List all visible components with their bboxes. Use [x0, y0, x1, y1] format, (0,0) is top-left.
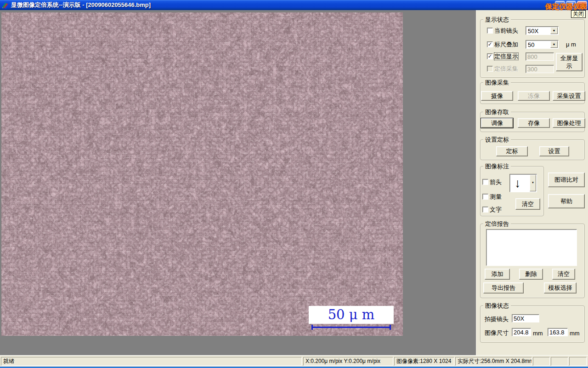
arrow-annotation-label: 箭头: [490, 178, 502, 185]
report-add-button[interactable]: 添加: [485, 269, 510, 280]
status-actual-size: 实际尺寸:256.0mm X 204.8mm: [455, 357, 532, 366]
group-calibration: 设置定标 定标 设置: [480, 139, 585, 160]
capture-button[interactable]: 摄像: [481, 91, 513, 101]
arrow-annotation-checkbox[interactable]: [482, 179, 488, 185]
current-lens-combo[interactable]: 50X ▼: [526, 26, 559, 35]
scale-overlay-unit: μ m: [566, 41, 576, 48]
arrow-style-combo[interactable]: ↓ ▼: [509, 174, 537, 192]
group-image-capture-legend: 图像采集: [483, 79, 511, 86]
scalebar-tick: [390, 325, 391, 330]
image-height-unit: mm: [570, 330, 580, 337]
group-image-storage: 图像存取 调像 存像 图像处理: [480, 112, 585, 132]
freeze-button: 冻像: [518, 91, 550, 101]
report-delete-button[interactable]: 删除: [519, 269, 543, 280]
status-empty-pane: [569, 357, 587, 366]
group-image-storage-legend: 图像存取: [483, 109, 511, 115]
text-annotation-label: 文字: [490, 206, 502, 213]
micrograph-image: [1, 12, 403, 336]
minimize-button[interactable]: _: [555, 1, 565, 9]
text-annotation-checkbox[interactable]: [482, 207, 488, 213]
help-button[interactable]: 帮助: [548, 194, 585, 208]
chevron-down-icon[interactable]: ▼: [550, 27, 558, 34]
scale-overlay-label: 标尺叠加: [494, 41, 518, 48]
export-report-button[interactable]: 导出报告: [483, 282, 524, 293]
fixed-capture-label: 定倍采集: [494, 65, 518, 72]
fullscreen-button[interactable]: 全屏显示: [556, 53, 582, 71]
image-width-unit: mm: [533, 330, 543, 337]
fixed-display-input: 800: [526, 52, 554, 61]
report-clear-button[interactable]: 清空: [552, 269, 575, 280]
fixed-display-checkbox[interactable]: ✓: [487, 53, 493, 59]
template-select-button[interactable]: 模板选择: [544, 282, 577, 293]
status-empty-pane: [551, 357, 568, 366]
scalebar-label-box: 50 μ m: [309, 306, 394, 324]
current-lens-checkbox[interactable]: [487, 28, 493, 34]
current-lens-value: 50X: [528, 28, 538, 34]
restore-button[interactable]: ❐: [566, 1, 576, 9]
capture-lens-value: 50X: [512, 314, 539, 322]
window-title: 显微图像定倍系统--演示版 - [20090602055646.bmp]: [11, 1, 151, 9]
capture-settings-button[interactable]: 采集设置: [553, 91, 585, 101]
status-pixel-scale: X:0.200μ m/pix Y:0.200μ m/pix: [303, 357, 393, 366]
title-bar: 显微图像定倍系统--演示版 - [20090602055646.bmp] _ ❐…: [0, 0, 588, 10]
current-lens-label: 当前镜头: [494, 27, 518, 34]
image-viewer[interactable]: 50 μ m: [1, 12, 403, 336]
group-image-status: 图像状态 拍摄镜头 50X 图像尺寸 204.8 mm 163.8 mm: [480, 305, 585, 343]
report-listbox[interactable]: [486, 229, 577, 266]
chevron-down-icon[interactable]: ▼: [530, 175, 536, 191]
close-button[interactable]: ✕: [577, 1, 587, 9]
group-report: 定倍报告 添加 删除 清空 导出报告 模板选择: [480, 224, 585, 298]
group-image-status-legend: 图像状态: [483, 302, 511, 309]
scale-overlay-value: 50: [528, 41, 534, 48]
clear-annotation-button[interactable]: 清空: [515, 198, 540, 210]
scale-overlay-combo[interactable]: 50 ▼: [526, 40, 559, 49]
control-panel: 显示状态 当前镜头 50X ▼ ✓ 标尺叠加 50 ▼ μ m ✓ 定倍显示 8…: [476, 10, 588, 355]
app-window: 显微图像定倍系统--演示版 - [20090602055646.bmp] _ ❐…: [0, 0, 588, 368]
capture-lens-label: 拍摄镜头: [485, 316, 509, 322]
close-tooltip: 关闭: [571, 10, 586, 18]
scalebar-line: [311, 327, 391, 328]
image-height-value: 163.8: [548, 328, 568, 336]
fixed-capture-checkbox: [487, 66, 493, 72]
group-annotation-legend: 图像标注: [483, 163, 511, 170]
calibration-settings-button[interactable]: 设置: [539, 146, 569, 156]
status-bar: 就绪 X:0.200μ m/pix Y:0.200μ m/pix 图像像素:12…: [0, 355, 588, 367]
chevron-down-icon[interactable]: ▼: [550, 41, 558, 48]
group-display-status: 显示状态 当前镜头 50X ▼ ✓ 标尺叠加 50 ▼ μ m ✓ 定倍显示 8…: [480, 19, 585, 78]
image-width-value: 204.8: [512, 328, 531, 336]
image-size-label: 图像尺寸: [485, 329, 509, 336]
load-image-button[interactable]: 调像: [481, 118, 513, 128]
app-icon: [2, 1, 9, 9]
status-image-pixels: 图像像素:1280 X 1024: [394, 357, 454, 366]
scale-overlay-checkbox[interactable]: ✓: [487, 41, 493, 47]
measure-annotation-label: 测量: [490, 193, 502, 200]
status-empty-pane: [533, 357, 550, 366]
fixed-capture-input: 300: [526, 65, 554, 73]
status-ready: 就绪: [1, 357, 302, 366]
save-image-button[interactable]: 存像: [518, 118, 550, 128]
atlas-compare-button[interactable]: 图谱比对: [548, 172, 585, 187]
calibrate-button[interactable]: 定标: [496, 146, 528, 156]
process-image-button[interactable]: 图像处理: [553, 118, 585, 128]
group-calibration-legend: 设置定标: [483, 136, 511, 143]
fixed-display-label: 定倍显示: [494, 53, 518, 60]
scalebar-tick: [311, 325, 313, 330]
group-report-legend: 定倍报告: [483, 220, 511, 227]
group-display-status-legend: 显示状态: [483, 16, 511, 23]
down-arrow-icon: ↓: [514, 175, 521, 191]
scalebar-text: 50 μ m: [328, 308, 375, 322]
measure-annotation-checkbox[interactable]: [482, 194, 488, 200]
group-annotation: 图像标注 箭头 ↓ ▼ 测量 清空 文字: [480, 166, 544, 216]
group-image-capture: 图像采集 摄像 冻像 采集设置: [480, 82, 585, 104]
